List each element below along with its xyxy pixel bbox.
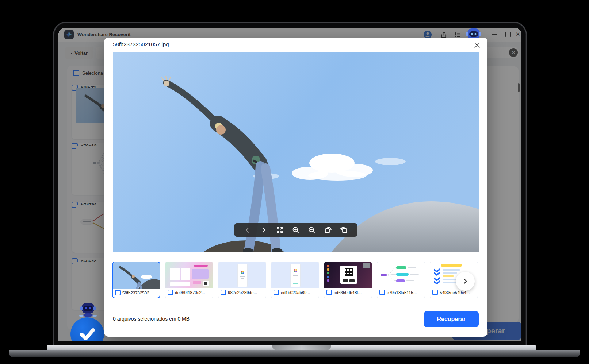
zoom-in-icon[interactable] (292, 226, 300, 234)
thumb-art-mindmap (377, 262, 425, 288)
thumb-checkbox[interactable] (379, 290, 385, 295)
thumb-art-photo (113, 262, 160, 289)
strip-next-button[interactable] (456, 272, 475, 291)
laptop-base-notch (272, 345, 331, 350)
zoom-out-icon[interactable] (308, 226, 316, 234)
strip-thumb-app2[interactable]: ed1b020ab89... (271, 262, 319, 298)
thumb-checkbox[interactable] (432, 290, 438, 295)
thumb-art-poster (165, 262, 213, 288)
previous-icon[interactable] (244, 226, 252, 234)
recover-button[interactable]: Recuperar (424, 311, 479, 327)
fit-screen-icon[interactable] (276, 226, 284, 234)
thumb-checkbox[interactable] (168, 290, 173, 295)
preview-modal: 58fb237325021057.jpg (104, 38, 487, 337)
strip-thumb-mindmap[interactable]: e79a13fa5115... (377, 262, 425, 298)
rotate-right-icon[interactable] (324, 226, 332, 234)
strip-thumb-photo[interactable]: 58fb23732502... (112, 262, 160, 298)
thumb-label: cd6659db48f... (334, 290, 362, 295)
thumb-label: ed1b020ab89... (281, 290, 310, 295)
next-icon[interactable] (260, 226, 268, 234)
preview-image (113, 52, 479, 252)
selection-summary: 0 arquivos selecionados em 0 MB (113, 316, 190, 322)
thumb-art-desktop (324, 262, 372, 288)
laptop-base-bottom (9, 350, 580, 357)
preview-file-name: 58fb237325021057.jpg (113, 41, 169, 47)
thumb-label: 58fb23732502... (122, 291, 153, 295)
preview-toolbar (234, 223, 357, 237)
modal-close-icon[interactable] (473, 41, 481, 49)
app-screen: Wondershare Recoverit ✕ ‹ Voltar Selecio… (58, 28, 521, 341)
strip-thumb-app1[interactable]: 982e2e289de... (218, 262, 266, 298)
thumb-checkbox[interactable] (115, 290, 121, 295)
thumb-label: 982e2e289de... (228, 290, 257, 295)
strip-thumb-desktop[interactable]: cd6659db48f... (324, 262, 372, 298)
strip-thumb-poster[interactable]: de969f1870c2... (165, 262, 213, 298)
mascot-robot-icon (77, 302, 99, 318)
thumbnail-strip: 58fb23732502... de969f1870c2... (112, 262, 479, 298)
thumb-label: e79a13fa5115... (387, 290, 417, 295)
thumb-checkbox[interactable] (326, 290, 332, 295)
rotate-left-icon[interactable] (340, 226, 348, 234)
thumb-art-app1 (218, 262, 266, 288)
thumb-checkbox[interactable] (221, 290, 226, 295)
thumb-label: 54f33ee549c4... (440, 290, 470, 295)
thumb-checkbox[interactable] (274, 290, 279, 295)
page: Wondershare Recoverit ✕ ‹ Voltar Selecio… (0, 0, 589, 364)
thumb-label: de969f1870c2... (175, 290, 205, 295)
thumb-art-app2 (271, 262, 319, 288)
